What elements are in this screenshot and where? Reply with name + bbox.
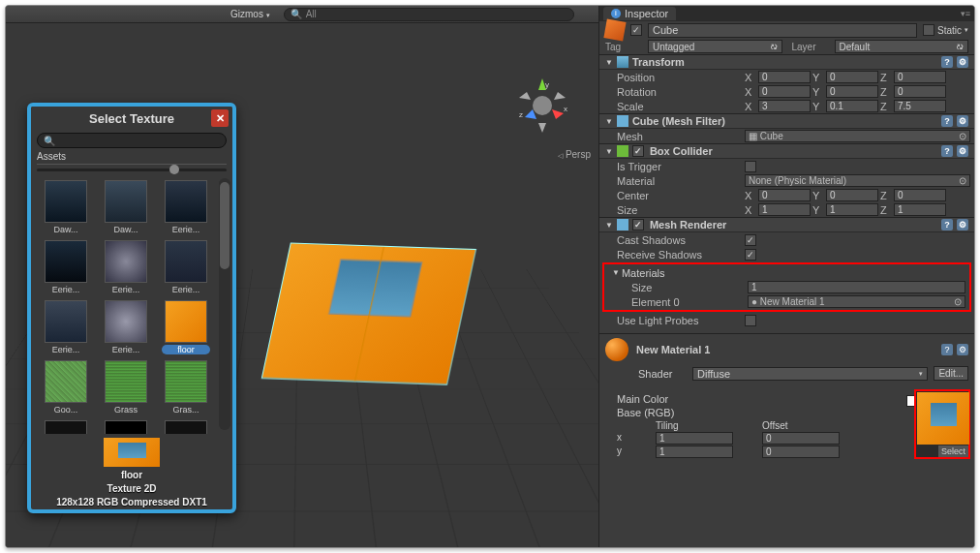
tiling-y-input[interactable] [656, 445, 733, 458]
position-x-input[interactable] [758, 71, 811, 83]
is-trigger-checkbox[interactable] [745, 161, 756, 172]
gear-icon[interactable]: ⚙ [957, 219, 968, 230]
texture-item[interactable]: Eerie... [159, 240, 213, 294]
projection-label[interactable]: ◁ Persp [558, 149, 591, 160]
gameobject-name-input[interactable] [648, 23, 917, 38]
texture-item-label: Grass [102, 405, 150, 415]
help-icon[interactable]: ? [941, 219, 953, 230]
texture-item[interactable]: Eerie... [39, 240, 93, 294]
texture-item-label: Gras... [162, 405, 210, 415]
gameobject-enabled-checkbox[interactable] [630, 24, 642, 36]
transform-header[interactable]: ▼ Transform ?⚙ [599, 54, 974, 70]
panel-menu-icon[interactable]: ▾≡ [961, 9, 970, 18]
texture-item[interactable]: Eerie... [159, 180, 213, 234]
texture-select-button[interactable]: Select [938, 445, 968, 457]
edit-shader-button[interactable]: Edit... [934, 366, 968, 381]
physic-material-field[interactable]: None (Physic Material)⊙ [745, 174, 970, 187]
center-z-input[interactable] [894, 189, 946, 201]
svg-text:x: x [564, 105, 567, 113]
physic-material-label: Material [617, 175, 743, 187]
mesh-object-field[interactable]: ▦ Cube⊙ [745, 130, 970, 142]
texture-search-input[interactable]: 🔍 [37, 133, 227, 148]
texture-thumb [105, 360, 147, 403]
tiling-x-input[interactable] [656, 432, 733, 445]
offset-x-input[interactable] [762, 432, 840, 445]
receive-shadows-checkbox[interactable] [745, 249, 756, 261]
foldout-icon[interactable]: ▼ [612, 268, 620, 277]
scale-x-input[interactable] [758, 100, 811, 112]
mesh-renderer-enabled-checkbox[interactable] [632, 219, 644, 230]
texture-thumb [45, 420, 87, 434]
texture-item[interactable] [99, 420, 153, 434]
gameobject-icon[interactable] [603, 18, 626, 41]
texture-item[interactable]: floor [159, 300, 213, 354]
material-header[interactable]: New Material 1 ?⚙ [599, 333, 974, 365]
box-collider-enabled-checkbox[interactable] [632, 145, 644, 157]
position-y-input[interactable] [826, 71, 878, 83]
assets-tab[interactable]: Assets [37, 151, 227, 165]
foldout-icon: ▼ [605, 58, 613, 67]
texture-item[interactable] [159, 420, 213, 434]
materials-size-label: Size [631, 282, 746, 293]
help-icon[interactable]: ? [941, 344, 953, 355]
texture-item[interactable]: Goo... [39, 360, 93, 415]
scene-search-input[interactable]: 🔍 All [284, 8, 574, 21]
cast-shadows-checkbox[interactable] [745, 234, 756, 246]
box-collider-header[interactable]: ▼ Box Collider ?⚙ [599, 143, 974, 159]
position-label: Position [617, 72, 743, 83]
orientation-gizmo[interactable]: y x z [513, 77, 571, 135]
texture-item[interactable]: Gras... [159, 360, 213, 415]
cast-shadows-label: Cast Shadows [617, 234, 743, 246]
close-button[interactable]: ✕ [211, 109, 229, 127]
inspector-tab[interactable]: i Inspector [603, 7, 676, 20]
mesh-renderer-header[interactable]: ▼ Mesh Renderer ?⚙ [599, 217, 974, 232]
texture-item[interactable]: Eerie... [99, 300, 153, 354]
gear-icon[interactable]: ⚙ [957, 344, 968, 355]
mesh-filter-header[interactable]: ▼ Cube (Mesh Filter) ?⚙ [599, 113, 974, 129]
scale-z-input[interactable] [894, 100, 946, 112]
texture-item-label: Eerie... [102, 345, 150, 354]
rotation-x-input[interactable] [758, 85, 811, 98]
element0-material-field[interactable]: ● New Material 1⊙ [748, 295, 965, 308]
texture-thumbnail[interactable] [917, 392, 969, 445]
gear-icon[interactable]: ⚙ [957, 56, 968, 68]
help-icon[interactable]: ? [941, 115, 953, 127]
gear-icon[interactable]: ⚙ [957, 145, 968, 157]
position-z-input[interactable] [894, 71, 946, 83]
texture-item[interactable]: Eerie... [39, 300, 93, 354]
scale-y-input[interactable] [826, 100, 878, 112]
tag-dropdown[interactable]: Untagged🗘 [648, 40, 782, 53]
size-y-input[interactable] [826, 203, 878, 216]
transform-icon [617, 56, 628, 68]
texture-item[interactable]: Daw... [39, 180, 93, 234]
rotation-z-input[interactable] [894, 85, 946, 98]
texture-item[interactable]: Eerie... [99, 240, 153, 294]
scrollbar[interactable] [219, 178, 230, 430]
scene-object-cube[interactable] [261, 242, 477, 384]
use-light-probes-checkbox[interactable] [745, 315, 756, 326]
select-texture-title: Select Texture ✕ [31, 107, 232, 130]
use-light-probes-label: Use Light Probes [617, 315, 743, 326]
center-y-input[interactable] [826, 189, 878, 201]
texture-item[interactable]: Grass [99, 360, 153, 415]
center-x-input[interactable] [758, 189, 811, 201]
texture-item[interactable] [39, 420, 93, 434]
size-z-input[interactable] [894, 203, 946, 216]
gizmos-dropdown[interactable]: Gizmos ▾ [225, 9, 276, 19]
materials-size-input[interactable] [748, 281, 965, 293]
center-label: Center [617, 190, 743, 201]
shader-dropdown[interactable]: Diffuse▾ [692, 367, 928, 381]
texture-item-label: Daw... [42, 225, 90, 234]
layer-dropdown[interactable]: Default🗘 [835, 40, 969, 53]
texture-thumb [45, 180, 87, 223]
select-texture-window[interactable]: Select Texture ✕ 🔍 Assets Daw...Daw...Ee… [27, 103, 236, 513]
size-x-input[interactable] [758, 203, 811, 216]
offset-y-input[interactable] [762, 445, 840, 458]
help-icon[interactable]: ? [941, 145, 953, 157]
static-toggle[interactable]: Static▾ [923, 24, 968, 36]
help-icon[interactable]: ? [941, 56, 953, 68]
rotation-y-input[interactable] [826, 85, 878, 98]
thumbnail-size-slider[interactable] [37, 165, 227, 174]
texture-item[interactable]: Daw... [99, 180, 153, 234]
gear-icon[interactable]: ⚙ [957, 115, 968, 127]
